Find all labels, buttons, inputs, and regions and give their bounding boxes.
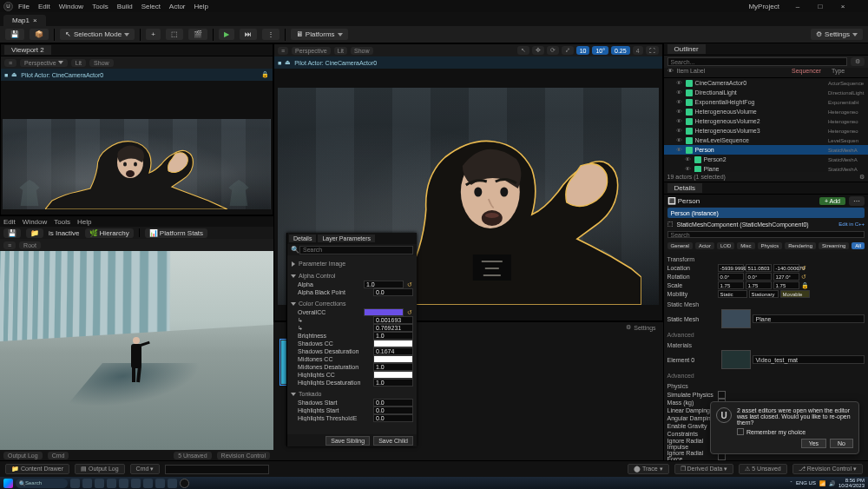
- show-dropdown[interactable]: Show: [351, 47, 373, 55]
- unsaved-secondary[interactable]: 5 Unsaved: [174, 452, 211, 459]
- highlights-desat-input[interactable]: 1.0: [373, 379, 413, 387]
- visibility-toggle-icon[interactable]: 👁: [676, 99, 683, 105]
- restore-yes-button[interactable]: Yes: [801, 439, 826, 448]
- lit-dropdown[interactable]: Lit: [71, 59, 86, 67]
- selected-instance[interactable]: Person (Instance): [667, 208, 865, 218]
- window-close-button[interactable]: ×: [838, 2, 847, 10]
- visibility-toggle-icon[interactable]: 👁: [676, 128, 683, 134]
- highlights-end-input[interactable]: 0.0: [373, 414, 413, 422]
- viewport-menu-button[interactable]: ≡: [4, 59, 16, 67]
- visibility-toggle-icon[interactable]: 👁: [676, 118, 683, 124]
- scale-x-input[interactable]: 1.75: [718, 281, 744, 289]
- alpha-blackpoint-input[interactable]: 0.0: [373, 288, 413, 296]
- start-button[interactable]: [3, 479, 13, 488]
- visibility-toggle-icon[interactable]: 👁: [685, 166, 692, 172]
- snap-grid-chip[interactable]: 10: [576, 46, 590, 55]
- save-sibling-button[interactable]: Save Sibling: [326, 436, 370, 446]
- section-advanced[interactable]: Advanced: [667, 370, 865, 380]
- chip-streaming[interactable]: Streaming: [819, 242, 849, 249]
- visibility-toggle-icon[interactable]: 👁: [676, 137, 683, 143]
- show-dropdown[interactable]: Show: [89, 59, 114, 67]
- menu-actor[interactable]: Actor: [169, 3, 186, 10]
- location-y-input[interactable]: 511.0803: [746, 264, 772, 272]
- static-mesh-dropdown[interactable]: Plane: [753, 314, 865, 323]
- restore-no-button[interactable]: No: [830, 439, 853, 448]
- chip-physics[interactable]: Physics: [758, 242, 783, 249]
- mobility-static[interactable]: Static: [718, 290, 747, 298]
- viewport-secondary[interactable]: Viewport 2 ≡ Perspective Lit Show ■ ⏏ Pi…: [0, 43, 273, 215]
- submenu-edit[interactable]: Edit: [3, 218, 16, 226]
- visibility-toggle-icon[interactable]: 👁: [676, 89, 683, 96]
- reset-icon[interactable]: ↺: [406, 309, 413, 316]
- taskbar-app-icon[interactable]: [168, 479, 177, 488]
- details-search-input[interactable]: [667, 231, 865, 238]
- hierarchy-button[interactable]: 🌿 Hierarchy: [85, 228, 134, 238]
- secondary-viewport[interactable]: [0, 251, 273, 450]
- menu-select[interactable]: Select: [141, 3, 161, 10]
- revision-secondary[interactable]: Revision Control: [217, 452, 270, 459]
- tab-details[interactable]: Details: [289, 235, 316, 242]
- save-button[interactable]: 💾: [5, 29, 24, 40]
- rotate-tool-button[interactable]: ⟳: [547, 46, 559, 55]
- system-tray[interactable]: ˄ ENG US 📶 🔊 8:56 PM 10/24/2023: [790, 478, 865, 488]
- chip-actor[interactable]: Actor: [695, 242, 714, 249]
- menu-build[interactable]: Build: [117, 3, 133, 10]
- mobility-movable[interactable]: Movable: [780, 290, 810, 298]
- person-actor[interactable]: [45, 133, 227, 209]
- secondary-browse-button[interactable]: 📁: [26, 228, 43, 238]
- location-x-input[interactable]: -5939.999994: [718, 264, 744, 272]
- highlights-start-input[interactable]: 0.0: [373, 406, 413, 414]
- chip-rendering[interactable]: Rendering: [785, 242, 816, 249]
- group-parameter-image[interactable]: Parameter Image: [291, 259, 413, 268]
- menu-window[interactable]: Window: [59, 3, 83, 10]
- pilot-eject-button[interactable]: ⏏: [285, 59, 291, 66]
- viewport-menu-button[interactable]: ≡: [278, 47, 288, 55]
- scale-y-input[interactable]: 1.75: [746, 281, 772, 289]
- scale-tool-button[interactable]: ⤢: [562, 46, 574, 55]
- level-tab-close-icon[interactable]: ×: [33, 17, 37, 24]
- viewport-tab[interactable]: Viewport 2: [4, 45, 51, 55]
- visibility-toggle-icon[interactable]: 👁: [676, 80, 683, 86]
- details-options-button[interactable]: ⋯: [849, 196, 865, 206]
- scale-z-input[interactable]: 1.75: [773, 281, 799, 289]
- location-z-input[interactable]: -140.000679: [773, 264, 799, 272]
- perspective-dropdown[interactable]: Perspective: [20, 59, 68, 67]
- taskbar-app-icon[interactable]: [131, 479, 141, 488]
- outliner-row[interactable]: 👁ExponentialHeightFogExponentialH: [664, 97, 868, 107]
- add-component-button[interactable]: + Add: [819, 197, 845, 205]
- reset-icon[interactable]: ↺: [801, 265, 806, 272]
- tray-wifi-icon[interactable]: 📶: [819, 480, 825, 486]
- pilot-stop-button[interactable]: ■: [278, 60, 281, 66]
- cmd-secondary[interactable]: Cmd: [48, 452, 69, 459]
- platform-stats-button[interactable]: 📊 Platform Stats: [145, 228, 207, 238]
- details-tab[interactable]: Details: [667, 183, 702, 193]
- window-maximize-button[interactable]: □: [816, 2, 825, 10]
- physics-checkbox[interactable]: [718, 391, 726, 399]
- taskbar-app-icon[interactable]: [119, 479, 128, 488]
- group-color-corrections[interactable]: Color Corrections: [291, 299, 413, 308]
- content-drawer-button[interactable]: 📁 Content Drawer: [5, 464, 69, 474]
- reset-icon[interactable]: ↺: [801, 274, 806, 281]
- visibility-toggle-icon[interactable]: 👁: [676, 147, 683, 153]
- edit-in-cpp-link[interactable]: Edit in C++: [838, 221, 865, 227]
- outliner-row[interactable]: 👁PlaneStaticMeshA: [664, 164, 868, 172]
- section-transform[interactable]: Transform: [667, 254, 865, 263]
- trace-button[interactable]: ⬤ Trace ▾: [628, 464, 668, 474]
- viewport-scene[interactable]: [3, 119, 271, 209]
- outliner-row[interactable]: 👁Person2StaticMeshA: [664, 155, 868, 164]
- tray-volume-icon[interactable]: 🔊: [829, 480, 835, 486]
- pilot-eject-button[interactable]: ⏏: [11, 71, 17, 78]
- taskbar-app-icon[interactable]: [82, 479, 92, 488]
- material-thumbnail[interactable]: [721, 350, 751, 369]
- taskbar-app-icon[interactable]: [70, 479, 80, 488]
- taskbar-app-icon[interactable]: [155, 479, 165, 488]
- pilot-lock-icon[interactable]: 🔒: [261, 71, 269, 78]
- add-content-button[interactable]: +: [146, 29, 161, 40]
- contrast-input[interactable]: 0.769231: [373, 324, 413, 332]
- menu-edit[interactable]: Edit: [38, 3, 50, 10]
- perspective-dropdown[interactable]: Perspective: [292, 47, 331, 55]
- root-dropdown[interactable]: Root: [19, 241, 41, 249]
- mesh-thumbnail[interactable]: [721, 309, 751, 328]
- taskbar-app-icon[interactable]: [143, 479, 153, 488]
- lit-dropdown[interactable]: Lit: [334, 47, 347, 55]
